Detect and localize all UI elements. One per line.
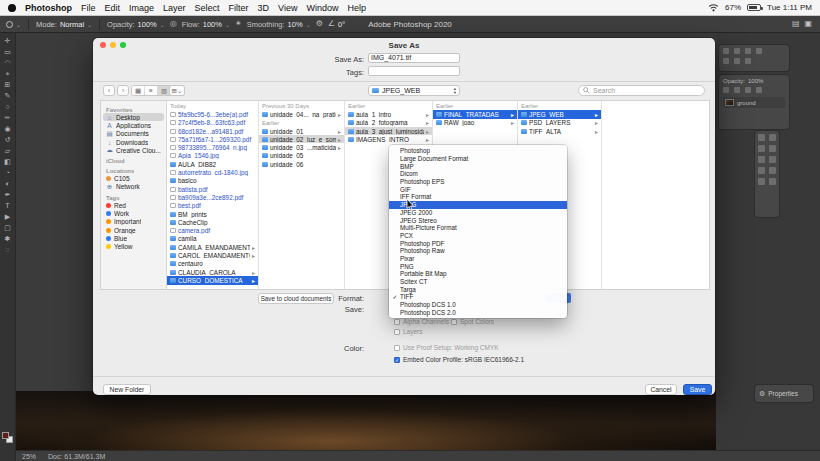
hand-tool-icon[interactable]: ✱: [2, 234, 14, 243]
format-menu-item[interactable]: GIF: [389, 185, 567, 193]
gear-icon[interactable]: ⚙: [316, 20, 323, 28]
file-row[interactable]: centauro: [167, 260, 258, 268]
save-button[interactable]: Save: [683, 384, 712, 395]
menubar-menu[interactable]: Image: [129, 3, 154, 13]
path-select-tool-icon[interactable]: ▶: [2, 212, 14, 221]
menubar-menu[interactable]: Window: [306, 3, 338, 13]
zoom-button[interactable]: [120, 42, 126, 48]
gradient-tool-icon[interactable]: ◧: [2, 157, 14, 166]
clone-stamp-tool-icon[interactable]: ◉: [2, 124, 14, 133]
close-button[interactable]: [100, 42, 106, 48]
file-row[interactable]: unidade_01 ▸: [259, 127, 344, 135]
format-menu-item[interactable]: ✓ TIFF: [389, 293, 567, 301]
format-menu-item[interactable]: Photoshop DCS 2.0: [389, 308, 567, 316]
menubar-menu[interactable]: Help: [347, 3, 366, 13]
file-row[interactable]: JPEG_WEB ▸: [518, 110, 601, 118]
history-brush-tool-icon[interactable]: ↺: [2, 135, 14, 144]
sidebar-item-tag-red[interactable]: Red: [103, 201, 164, 209]
embed-profile-checkbox[interactable]: ✓ Embed Color Profile: sRGB IEC61966-2.1: [394, 356, 524, 363]
cancel-button[interactable]: Cancel: [645, 384, 677, 395]
format-menu-item[interactable]: JPEG Stereo: [389, 216, 567, 224]
brush-preset-picker[interactable]: ⌄: [6, 21, 21, 28]
format-menu-item[interactable]: Dicom: [389, 170, 567, 178]
file-row[interactable]: RAW_joao ▸: [433, 119, 517, 127]
layers-opacity-value[interactable]: 100%: [748, 78, 763, 84]
file-row[interactable]: aula_3_ajust_luminosidade ▸: [345, 127, 432, 135]
file-row[interactable]: unidade_05: [259, 152, 344, 160]
shape-tool-icon[interactable]: ▢: [2, 223, 14, 232]
file-row[interactable]: unidade_03_...maticidade ▸: [259, 143, 344, 151]
search-input[interactable]: Search: [578, 85, 705, 96]
tags-field[interactable]: [368, 66, 460, 76]
layers-panel[interactable]: Opacity: 100% ground: [719, 75, 789, 129]
eyedropper-tool-icon[interactable]: ✎: [2, 91, 14, 100]
format-menu-item[interactable]: PNG: [389, 262, 567, 270]
quick-select-tool-icon[interactable]: ⌖: [2, 69, 14, 78]
format-menu-item[interactable]: Scitex CT: [389, 278, 567, 286]
format-menu-item[interactable]: Photoshop Raw: [389, 247, 567, 255]
file-row[interactable]: 27c4f5eb-8...63fc63.pdf: [167, 119, 258, 127]
flow-value[interactable]: 100%: [203, 20, 222, 29]
sidebar-item-tag-orange[interactable]: Orange: [103, 226, 164, 234]
dodge-tool-icon[interactable]: ◐: [2, 179, 14, 188]
sidebar-item-tag-blue[interactable]: Blue: [103, 234, 164, 242]
forward-button[interactable]: ›: [117, 85, 129, 96]
sidebar-item-desktop[interactable]: ⌂ Desktop: [103, 113, 164, 121]
dialog-titlebar[interactable]: Save As: [93, 38, 715, 52]
file-row[interactable]: unidade_04..._na_pratica ▸: [259, 110, 344, 118]
file-row[interactable]: camila: [167, 235, 258, 243]
file-row[interactable]: ba909a3e...2ce892.pdf: [167, 193, 258, 201]
type-tool-icon[interactable]: T: [2, 201, 14, 210]
collapsed-panels[interactable]: [719, 45, 789, 71]
sidebar-item-tag-work[interactable]: Work: [103, 209, 164, 217]
apple-menu-icon[interactable]: [8, 4, 16, 12]
pen-tool-icon[interactable]: ✒: [2, 190, 14, 199]
brush-settings-panel-icon[interactable]: ▤: [792, 20, 800, 28]
brush-angle-value[interactable]: 0°: [338, 20, 345, 29]
location-popup[interactable]: JPEG_WEB ▴ ▾: [368, 85, 460, 96]
format-menu-item[interactable]: Pixar: [389, 255, 567, 263]
document-canvas[interactable]: [16, 391, 716, 450]
file-row[interactable]: autorretrato_cd-1840.jpg: [167, 168, 258, 176]
file-row[interactable]: CacheClip: [167, 218, 258, 226]
format-menu-item[interactable]: JPEG: [389, 201, 567, 209]
workspace-icon[interactable]: ▣: [804, 20, 812, 28]
file-row[interactable]: camera.pdf: [167, 226, 258, 234]
sidebar-item-tag-important[interactable]: Important: [103, 218, 164, 226]
collapsed-panel-icons[interactable]: [755, 131, 779, 217]
battery-icon[interactable]: [747, 4, 761, 11]
layers-checkbox[interactable]: Layers: [394, 328, 423, 335]
format-menu-item[interactable]: Photoshop EPS: [389, 178, 567, 186]
file-row[interactable]: CURSO_DOMESTICA ▸: [167, 276, 258, 284]
file-row[interactable]: TIFF_ALTA ▸: [518, 127, 601, 135]
format-menu-item[interactable]: Large Document Format: [389, 155, 567, 163]
file-row[interactable]: unidade_06: [259, 160, 344, 168]
menubar-menu[interactable]: Edit: [105, 3, 121, 13]
file-row[interactable]: PSD_LAYERS ▸: [518, 119, 601, 127]
sidebar-item-downloads[interactable]: ↓ Downloads: [103, 138, 164, 146]
menubar-menu[interactable]: Layer: [163, 3, 186, 13]
format-menu-item[interactable]: Targa: [389, 285, 567, 293]
new-folder-button[interactable]: New Folder: [103, 384, 151, 395]
format-menu-item[interactable]: Multi-Picture Format: [389, 224, 567, 232]
file-row[interactable]: CLAUDIA_CAROLA ▸: [167, 268, 258, 276]
menubar-menu[interactable]: View: [278, 3, 297, 13]
smoothing-value[interactable]: 10%: [288, 20, 303, 29]
file-row[interactable]: basico: [167, 177, 258, 185]
file-row[interactable]: CAMILA_EMANDAMENTO ▸: [167, 243, 258, 251]
crop-tool-icon[interactable]: ⊞: [2, 80, 14, 89]
alpha-channels-checkbox[interactable]: Alpha Channels: [394, 318, 449, 325]
eraser-tool-icon[interactable]: ▱: [2, 146, 14, 155]
group-by-button[interactable]: ⊞⌄: [169, 85, 185, 96]
minimize-button[interactable]: [110, 42, 116, 48]
zoom-tool-icon[interactable]: ◌: [2, 245, 14, 254]
file-row[interactable]: FINAL_TRATADAS ▸: [433, 110, 517, 118]
properties-panel-tab[interactable]: ⚙ Properties: [755, 385, 813, 402]
icon-view-button[interactable]: ▦: [132, 86, 145, 95]
menubar-menu[interactable]: File: [81, 3, 96, 13]
sidebar-item-documents[interactable]: ▤ Documents: [103, 130, 164, 138]
back-button[interactable]: ‹: [103, 85, 115, 96]
format-menu-item[interactable]: BMP: [389, 162, 567, 170]
file-row[interactable]: 98733895...76964_n.jpg: [167, 143, 258, 151]
menubar-menu[interactable]: Filter: [229, 3, 249, 13]
